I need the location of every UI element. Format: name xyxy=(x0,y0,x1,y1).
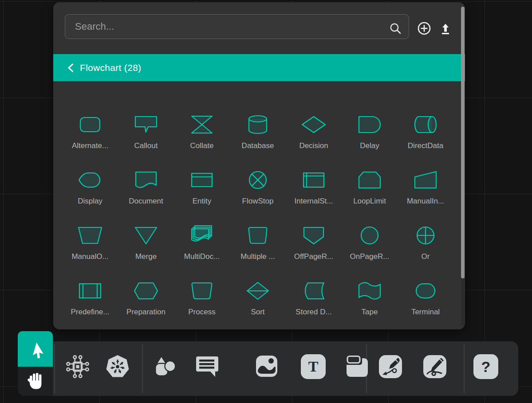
bottom-toolbar: T xyxy=(18,341,518,396)
panel-scrollbar xyxy=(461,6,465,326)
terminal-icon xyxy=(411,275,440,307)
shapes-panel: Flowchart (28) Alternate... Callout Coll… xyxy=(53,2,465,329)
shape-label: LoopLimit xyxy=(353,197,386,206)
image-icon xyxy=(254,354,280,380)
frame-tool[interactable] xyxy=(344,354,370,380)
pen-connector-tool[interactable] xyxy=(378,354,403,380)
decision-icon xyxy=(299,109,328,141)
shape-item-off-page-reference[interactable]: OffPageR... xyxy=(286,219,342,275)
category-title: Flowchart (28) xyxy=(80,63,141,73)
shape-item-display[interactable]: Display xyxy=(62,164,118,219)
search-input[interactable] xyxy=(65,14,409,39)
shape-item-multi-document[interactable]: MultiDoc... xyxy=(174,219,230,275)
text-tool[interactable]: T xyxy=(300,354,326,380)
shapes-tool[interactable] xyxy=(152,354,177,380)
search-icon xyxy=(389,22,402,35)
pan-hand-tool[interactable] xyxy=(18,367,53,396)
shape-item-database[interactable]: Database xyxy=(230,109,286,164)
help-icon: ? xyxy=(473,354,498,379)
sketch-pencil-tool[interactable] xyxy=(422,354,448,380)
kubernetes-icon xyxy=(105,354,130,380)
shape-item-or[interactable]: Or xyxy=(398,219,453,275)
shape-item-entity[interactable]: Entity xyxy=(174,164,230,219)
image-tool[interactable] xyxy=(254,354,280,380)
collate-icon xyxy=(188,109,216,141)
scrollbar-thumb[interactable] xyxy=(461,7,465,278)
hand-icon xyxy=(25,371,46,392)
shape-item-terminal[interactable]: Terminal xyxy=(398,275,453,329)
predefined-process-icon xyxy=(76,275,104,307)
multiple-document-icon xyxy=(244,219,272,251)
sort-icon xyxy=(244,275,272,307)
kubernetes-tool[interactable] xyxy=(105,354,130,380)
stored-data-icon xyxy=(299,275,328,307)
comment-icon xyxy=(194,354,220,380)
shape-item-alternate-process[interactable]: Alternate... xyxy=(62,109,118,164)
chevron-left-icon xyxy=(67,63,74,72)
pen-arrow-icon xyxy=(378,354,403,380)
shape-item-tape[interactable]: Tape xyxy=(342,275,398,329)
shape-label: Display xyxy=(78,197,102,206)
shape-label: Or xyxy=(422,252,430,261)
diagram-canvas[interactable]: Flowchart (28) Alternate... Callout Coll… xyxy=(0,0,532,403)
shape-item-merge[interactable]: Merge xyxy=(118,219,174,275)
shape-label: Entity xyxy=(193,197,212,206)
alternate-process-icon xyxy=(76,109,104,141)
shape-item-on-page-reference[interactable]: OnPageR... xyxy=(342,219,398,275)
shape-label: ManualIn... xyxy=(407,197,444,206)
shape-item-internal-storage[interactable]: InternalSt... xyxy=(286,164,342,219)
shape-item-delay[interactable]: Delay xyxy=(342,109,398,164)
shape-label: OnPageR... xyxy=(350,252,390,261)
shapes-icon xyxy=(152,354,177,380)
comment-tool[interactable] xyxy=(194,354,220,380)
shape-item-sort[interactable]: Sort xyxy=(230,275,286,329)
preparation-icon xyxy=(132,275,160,307)
shape-item-document[interactable]: Document xyxy=(118,164,174,219)
shape-item-manual-input[interactable]: ManualIn... xyxy=(398,164,453,219)
shape-label: Stored D... xyxy=(296,308,331,317)
shape-item-flow-stop[interactable]: FlowStop xyxy=(230,164,286,219)
internal-storage-icon xyxy=(299,164,328,196)
multi-document-icon xyxy=(188,219,216,251)
shape-item-preparation[interactable]: Preparation xyxy=(118,275,174,329)
shape-label: InternalSt... xyxy=(295,197,333,206)
shape-label: Database xyxy=(242,141,274,150)
shape-label: Process xyxy=(188,308,215,317)
shape-item-predefined-process[interactable]: Predefine... xyxy=(62,275,118,329)
shape-item-loop-limit[interactable]: LoopLimit xyxy=(342,164,398,219)
on-page-reference-icon xyxy=(355,219,384,251)
help-tool[interactable]: ? xyxy=(473,354,499,380)
shape-item-multiple-document[interactable]: Multiple ... xyxy=(230,219,286,275)
shape-item-stored-data[interactable]: Stored D... xyxy=(286,275,342,329)
database-icon xyxy=(244,109,272,141)
manual-operation-icon xyxy=(76,219,104,251)
shape-item-callout[interactable]: Callout xyxy=(118,109,174,164)
shape-label: Preparation xyxy=(126,308,166,317)
category-back-header[interactable]: Flowchart (28) xyxy=(53,54,465,81)
shape-label: Delay xyxy=(360,141,379,150)
shape-label: Predefine... xyxy=(71,308,110,317)
shape-label: Decision xyxy=(299,141,328,150)
shape-label: Callout xyxy=(134,141,158,150)
add-shape-button[interactable] xyxy=(417,21,431,35)
shape-label: MultiDoc... xyxy=(184,252,220,261)
shape-label: FlowStop xyxy=(242,197,274,206)
toolbar-divider xyxy=(54,344,55,393)
shape-item-process[interactable]: Process xyxy=(174,275,230,329)
upload-button[interactable] xyxy=(438,21,453,35)
shape-label: Merge xyxy=(135,252,157,261)
select-tool[interactable] xyxy=(18,331,53,367)
shape-label: Multiple ... xyxy=(240,252,275,261)
shape-item-decision[interactable]: Decision xyxy=(286,109,342,164)
shape-label: Terminal xyxy=(411,308,440,317)
shape-label: Collate xyxy=(190,141,214,150)
mesh-component-tool[interactable] xyxy=(65,354,91,380)
shape-label: Document xyxy=(129,197,163,206)
tape-icon xyxy=(355,275,384,307)
shape-item-collate[interactable]: Collate xyxy=(174,109,230,164)
delay-icon xyxy=(355,109,384,141)
shape-label: OffPageR... xyxy=(294,252,334,261)
shape-grid: Alternate... Callout Collate Database De… xyxy=(62,109,453,329)
shape-item-manual-operation[interactable]: ManualO... xyxy=(62,219,118,275)
shape-item-direct-data[interactable]: DirectData xyxy=(398,109,453,164)
